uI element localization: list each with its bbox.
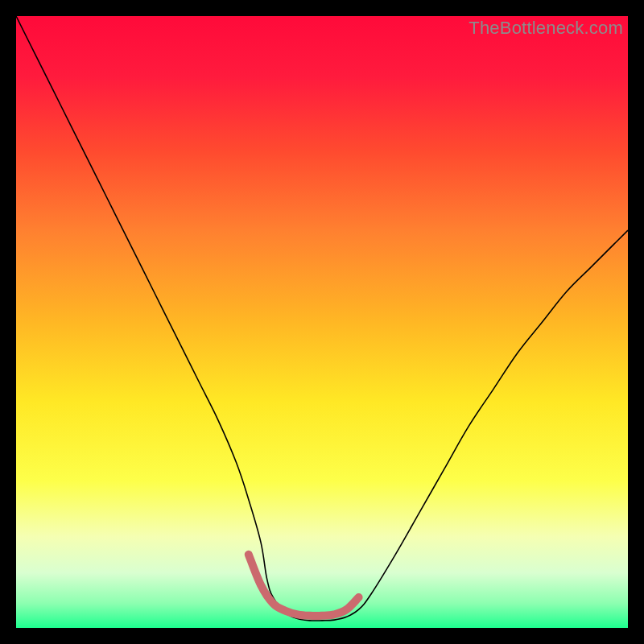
bottleneck-chart (16, 16, 628, 628)
gradient-background (16, 16, 628, 628)
watermark-text: TheBottleneck.com (469, 18, 623, 39)
chart-frame: TheBottleneck.com (16, 16, 628, 628)
